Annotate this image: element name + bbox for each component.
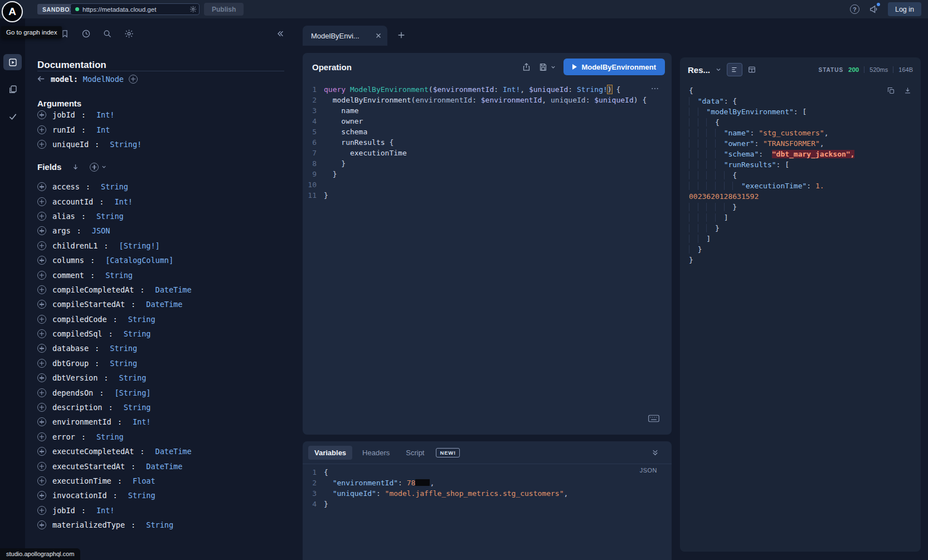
operation-options-icon[interactable] [650, 84, 659, 93]
doc-field-row[interactable]: args: JSON [37, 223, 294, 238]
doc-field-row[interactable]: executionTime: Float [37, 474, 294, 488]
field-type[interactable]: DateTime [156, 285, 192, 294]
doc-field-row[interactable]: materializedType: String [37, 518, 294, 532]
endpoint-url-input[interactable]: https://metadata.cloud.get [70, 3, 200, 15]
field-type[interactable]: String [110, 344, 137, 353]
chevron-down-icon[interactable] [101, 164, 107, 170]
add-field-icon[interactable] [37, 241, 46, 250]
doc-field-row[interactable]: dbtGroup: String [37, 356, 294, 371]
variables-editor[interactable]: 1{2 "environmentId": 78,3 "uniqueId": "m… [304, 467, 568, 509]
add-field-icon[interactable] [37, 462, 46, 471]
doc-field-row[interactable]: compileCompletedAt: DateTime [37, 283, 294, 297]
doc-field-row[interactable]: executeCompletedAt: DateTime [37, 444, 294, 459]
field-type[interactable]: String [105, 271, 133, 280]
field-type[interactable]: String [110, 359, 137, 368]
publish-button[interactable]: Publish [204, 3, 244, 16]
field-type[interactable]: Int [96, 125, 110, 134]
add-field-icon[interactable] [37, 285, 46, 294]
collapse-variables-icon[interactable] [651, 449, 659, 457]
response-dropdown-chevron-icon[interactable] [715, 66, 722, 73]
search-icon[interactable] [103, 29, 112, 38]
add-field-icon[interactable] [37, 110, 46, 119]
download-response-icon[interactable] [903, 86, 912, 95]
sort-fields-icon[interactable] [71, 163, 80, 171]
doc-field-row[interactable]: database: String [37, 341, 294, 356]
field-type[interactable]: String [124, 403, 151, 412]
field-type[interactable]: DateTime [146, 462, 182, 471]
field-type[interactable]: String [119, 373, 147, 382]
field-type[interactable]: Int! [96, 506, 115, 515]
nav-checks-icon[interactable] [3, 108, 22, 124]
doc-field-row[interactable]: compiledCode: String [37, 312, 294, 327]
operation-tab[interactable]: ModelByEnvi... [303, 26, 387, 46]
add-field-icon[interactable] [37, 140, 46, 149]
field-type[interactable]: [String!] [119, 241, 160, 250]
run-operation-button[interactable]: ModelByEnvironment [563, 59, 665, 75]
field-type[interactable]: Int! [133, 417, 151, 426]
add-field-icon[interactable] [37, 417, 46, 426]
field-type[interactable]: Float [133, 476, 156, 485]
doc-field-row[interactable]: invocationId: String [37, 488, 294, 503]
add-field-icon[interactable] [37, 359, 46, 368]
field-type[interactable]: String [101, 182, 128, 191]
history-icon[interactable] [81, 29, 91, 38]
doc-field-row[interactable]: alias: String [37, 209, 294, 223]
add-field-icon[interactable] [37, 315, 46, 324]
field-type[interactable]: String [124, 329, 151, 338]
field-type[interactable]: String! [110, 140, 142, 149]
save-operation-icon[interactable] [538, 62, 548, 72]
save-options-chevron-icon[interactable] [550, 64, 556, 70]
field-type[interactable]: String [96, 432, 124, 441]
collapse-docs-icon[interactable] [275, 29, 285, 38]
add-field-icon[interactable] [37, 432, 46, 441]
add-field-icon[interactable] [37, 476, 46, 485]
add-field-icon[interactable] [37, 344, 46, 353]
copy-response-icon[interactable] [887, 86, 895, 95]
add-field-icon[interactable] [37, 256, 46, 265]
doc-field-row[interactable]: compileStartedAt: DateTime [37, 297, 294, 311]
help-icon[interactable]: ? [850, 4, 859, 14]
add-field-icon[interactable] [37, 506, 46, 515]
nav-schema-icon[interactable] [3, 81, 22, 98]
add-field-icon[interactable] [37, 403, 46, 412]
tab-headers[interactable]: Headers [356, 446, 396, 460]
doc-field-row[interactable]: executeStartedAt: DateTime [37, 459, 294, 473]
doc-field-row[interactable]: dbtVersion: String [37, 371, 294, 385]
add-field-icon[interactable] [37, 520, 46, 529]
apollo-logo[interactable]: A [2, 1, 23, 22]
doc-field-row[interactable]: compiledSql: String [37, 327, 294, 341]
field-type[interactable]: String [128, 491, 156, 500]
doc-field-row[interactable]: runId: Int [37, 122, 142, 137]
field-type[interactable]: [String] [114, 388, 150, 397]
graphql-editor[interactable]: 1query ModelByEnvironment($environmentId… [304, 84, 647, 201]
add-all-fields-icon[interactable] [90, 163, 99, 172]
doc-field-row[interactable]: jobId: Int! [37, 108, 142, 122]
add-type-icon[interactable] [129, 75, 138, 84]
field-type[interactable]: String [128, 315, 156, 324]
share-operation-icon[interactable] [522, 62, 531, 72]
doc-field-row[interactable]: columns: [CatalogColumn] [37, 253, 294, 267]
add-field-icon[interactable] [37, 388, 46, 397]
add-field-icon[interactable] [37, 212, 46, 221]
field-type[interactable]: [CatalogColumn] [105, 256, 173, 265]
doc-field-row[interactable]: accountId: Int! [37, 194, 294, 208]
add-field-icon[interactable] [37, 491, 46, 500]
add-field-icon[interactable] [37, 329, 46, 338]
field-type[interactable]: Int! [96, 110, 115, 119]
raw-view-icon[interactable] [727, 63, 742, 76]
field-type[interactable]: String [146, 520, 173, 529]
doc-field-row[interactable]: childrenL1: [String!] [37, 238, 294, 253]
breadcrumb-type[interactable]: ModelNode [83, 75, 124, 84]
keyboard-shortcuts-icon[interactable] [648, 415, 659, 422]
doc-field-row[interactable]: access: String [37, 179, 294, 194]
add-field-icon[interactable] [37, 226, 46, 235]
field-type[interactable]: DateTime [156, 447, 192, 456]
add-field-icon[interactable] [37, 373, 46, 382]
tab-variables[interactable]: Variables [308, 446, 352, 460]
field-type[interactable]: JSON [92, 226, 110, 235]
add-field-icon[interactable] [37, 182, 46, 191]
add-field-icon[interactable] [37, 447, 46, 456]
field-type[interactable]: String [96, 212, 124, 221]
connection-settings-gear-icon[interactable] [190, 6, 197, 13]
field-type[interactable]: DateTime [146, 300, 182, 309]
